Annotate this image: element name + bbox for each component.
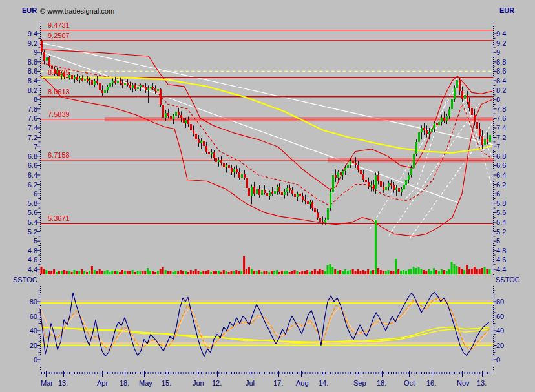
date-axis-label: Aug [296,380,309,387]
price-axis-label-right: 5.4 [496,219,506,226]
price-level-label: 9.4731 [48,22,70,29]
price-axis-label-right: 4.4 [496,266,506,273]
date-axis-label: 16. [426,380,436,387]
price-level-label: 5.3671 [48,215,70,222]
price-axis-label-left: 8.6 [9,68,37,75]
date-axis-label: Nov [457,380,470,387]
date-axis-label: May [139,380,152,387]
price-axis-label-left: 5.6 [9,209,37,216]
date-axis-label: Mar [41,380,53,387]
stoch-axis-label-right: 60 [496,313,504,320]
price-axis-label-left: 7.4 [9,125,37,132]
price-axis-label-left: 4.8 [9,247,37,254]
price-axis-label-left: 8 [9,96,37,103]
price-axis-label-right: 9 [496,49,500,56]
tradesignal-chart-window: EUR © www.tradesignal.com EUR SSTOC SSTO… [0,0,535,392]
price-axis-label-right: 6.2 [496,181,506,189]
stoch-axis-label-left: 40 [9,327,37,335]
price-axis-label-left: 8.4 [9,77,37,85]
date-axis-label: Apr [97,380,108,387]
price-axis-label-right: 5.8 [496,200,506,207]
price-axis-label-left: 5.8 [9,200,37,207]
price-axis-label-left: 4.6 [9,256,37,263]
price-axis-label-right: 6.4 [496,172,506,179]
price-axis-label-right: 9.4 [496,30,506,37]
price-axis-label-left: 8.2 [9,87,37,94]
stoch-axis-label-left: 60 [9,313,37,320]
date-axis-label: 14. [319,380,328,387]
stoch-axis-label-right: 0 [496,356,500,364]
date-axis-label: Sep [353,380,366,387]
price-level-label: 7.5839 [48,111,70,118]
date-axis-label: 17. [273,380,283,387]
date-axis-label: 18. [120,380,129,387]
price-level-label: 6.7158 [48,152,70,159]
price-axis-label-left: 5.4 [9,219,37,226]
price-axis-label-left: 6.2 [9,181,37,189]
price-axis-label-right: 8.2 [496,87,506,94]
price-axis-label-left: 6.6 [9,162,37,169]
price-axis-label-left: 6.4 [9,172,37,179]
stoch-axis-label-left: 80 [9,298,37,305]
price-axis-label-left: 7 [9,143,37,150]
price-axis-label-right: 8 [496,96,500,103]
price-axis-label-left: 7.2 [9,134,37,141]
price-axis-label-right: 5.6 [496,209,506,216]
date-axis-label: 13. [477,380,487,387]
price-axis-label-right: 5.2 [496,229,506,236]
price-axis-label-right: 5 [496,238,500,245]
stoch-axis-label-right: 80 [496,298,504,305]
price-axis-label-right: 4.6 [496,256,506,263]
price-level-label: 8.4625 [48,69,70,76]
price-axis-label-left: 9.2 [9,40,37,47]
stoch-axis-label-right: 40 [496,327,504,335]
stoch-axis-label-left: 0 [9,356,37,364]
date-axis-label: Jun [193,380,204,387]
price-axis-label-right: 6.8 [496,153,506,160]
price-axis-label-left: 9 [9,49,37,56]
date-axis-label: 13. [58,380,68,387]
price-axis-label-right: 6.6 [496,162,506,169]
price-axis-label-right: 8.8 [496,59,506,66]
price-axis-label-left: 5.2 [9,229,37,236]
price-axis-label-right: 9.2 [496,40,506,47]
price-axis-label-right: 7.4 [496,125,506,132]
price-axis-label-left: 8.8 [9,59,37,66]
date-axis-label: 12. [212,380,222,387]
price-axis-label-right: 7 [496,143,500,150]
date-axis-label: Oct [404,380,415,387]
chart-canvas[interactable] [0,0,535,392]
price-axis-label-left: 6 [9,191,37,198]
price-axis-label-right: 6 [496,191,500,198]
date-axis-label: 18. [377,380,386,387]
price-axis-label-left: 7.6 [9,115,37,122]
price-level-label: 8.0613 [48,88,70,96]
price-axis-label-right: 8.4 [496,77,506,85]
price-axis-label-left: 4.4 [9,266,37,273]
date-axis-label: 15. [162,380,171,387]
price-axis-label-left: 5 [9,238,37,245]
price-axis-label-left: 6.8 [9,153,37,160]
date-axis-label: Jul [246,380,255,387]
price-axis-label-right: 7.8 [496,106,506,113]
stoch-axis-label-right: 20 [496,342,504,349]
price-axis-label-right: 4.8 [496,247,506,254]
price-axis-label-right: 7.2 [496,134,506,141]
price-axis-label-right: 7.6 [496,115,506,122]
price-axis-label-left: 7.8 [9,106,37,113]
price-axis-label-right: 8.6 [496,68,506,75]
stoch-axis-label-left: 20 [9,342,37,349]
price-level-label: 9.2507 [48,32,70,39]
price-axis-label-left: 9.4 [9,30,37,37]
